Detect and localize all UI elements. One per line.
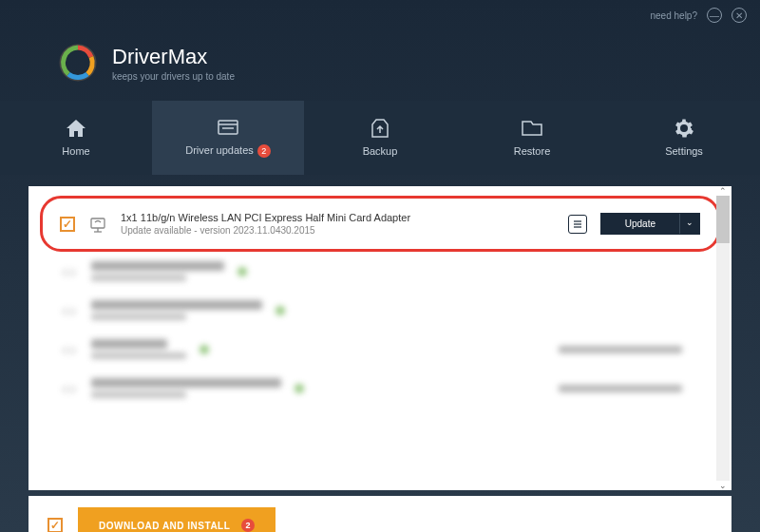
driver-row-blurred: ▭ [36, 252, 724, 291]
driver-list-panel: ⌃ ⌄ 1x1 11b/g/n Wireless LAN PCI Express… [28, 186, 732, 490]
driver-row-highlighted[interactable]: 1x1 11b/g/n Wireless LAN PCI Express Hal… [40, 196, 720, 252]
app-tagline: keeps your drivers up to date [112, 71, 235, 82]
nav-updates-label: Driver updates [185, 144, 254, 156]
driver-row-blurred: ▭ [36, 330, 724, 369]
help-link[interactable]: need help? [651, 10, 698, 21]
network-adapter-icon [88, 215, 107, 234]
download-badge: 2 [241, 519, 255, 532]
update-button[interactable]: Update [601, 214, 679, 234]
brand-header: DriverMax keeps your drivers up to date [0, 30, 760, 101]
download-install-button[interactable]: DOWNLOAD AND INSTALL 2 [78, 507, 276, 532]
device-icon: ▭ [59, 379, 78, 398]
nav-restore-label: Restore [514, 145, 551, 157]
svg-rect-4 [91, 218, 104, 228]
download-label: DOWNLOAD AND INSTALL [99, 521, 230, 531]
nav-home[interactable]: Home [0, 101, 152, 175]
nav-backup[interactable]: Backup [304, 101, 456, 175]
main-nav: Home Driver updates2 Backup Restore Sett… [0, 101, 760, 175]
select-all-checkbox[interactable] [48, 518, 63, 532]
svg-rect-1 [218, 121, 238, 134]
audio-icon: ▭ [59, 301, 78, 320]
update-dropdown[interactable]: ⌄ [679, 214, 699, 234]
bottom-action-bar: DOWNLOAD AND INSTALL 2 [28, 496, 732, 532]
device-icon: ▭ [59, 340, 78, 359]
nav-settings-label: Settings [665, 145, 703, 157]
driver-subtitle: Update available - version 2023.11.0430.… [121, 225, 555, 236]
minimize-button[interactable]: — [707, 8, 722, 23]
updates-icon [218, 118, 238, 137]
restore-icon [522, 119, 542, 138]
scrollbar-thumb[interactable] [716, 196, 730, 243]
status-ok-icon [238, 267, 247, 276]
nav-home-label: Home [62, 145, 89, 157]
home-icon [66, 119, 86, 138]
status-ok-icon [200, 345, 209, 354]
logo-icon [57, 42, 99, 84]
scroll-down[interactable]: ⌄ [716, 479, 730, 492]
details-icon[interactable] [568, 215, 587, 234]
app-title: DriverMax [112, 45, 235, 69]
display-icon: ▭ [59, 262, 78, 281]
updates-badge: 2 [257, 144, 271, 158]
backup-icon [370, 119, 390, 138]
nav-backup-label: Backup [363, 145, 398, 157]
nav-restore[interactable]: Restore [456, 101, 608, 175]
driver-row-blurred: ▭ [36, 369, 724, 408]
driver-checkbox[interactable] [60, 217, 75, 232]
driver-row-blurred: ▭ [36, 291, 724, 330]
status-ok-icon [294, 384, 304, 393]
status-ok-icon [276, 306, 285, 315]
nav-driver-updates[interactable]: Driver updates2 [152, 101, 304, 175]
gear-icon [674, 119, 694, 138]
nav-settings[interactable]: Settings [608, 101, 760, 175]
close-button[interactable]: ✕ [732, 8, 747, 23]
driver-title: 1x1 11b/g/n Wireless LAN PCI Express Hal… [121, 212, 555, 223]
